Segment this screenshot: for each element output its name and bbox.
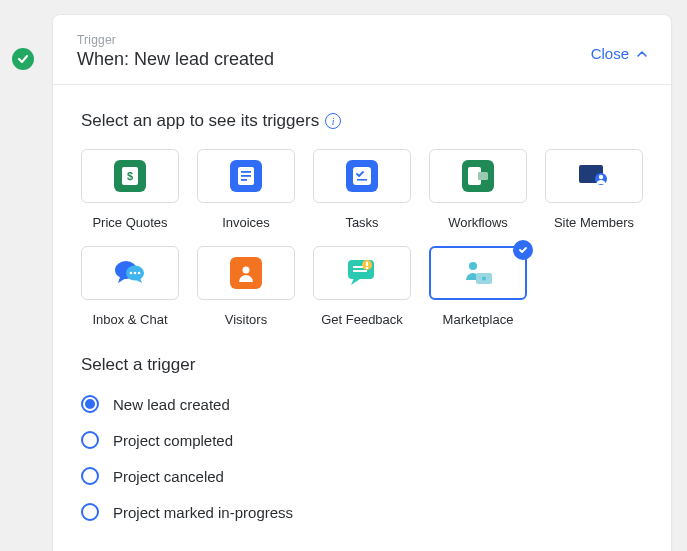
app-card	[313, 149, 411, 203]
app-card	[545, 149, 643, 203]
app-label: Marketplace	[443, 312, 514, 327]
chevron-up-icon	[637, 49, 647, 59]
app-label: Visitors	[225, 312, 267, 327]
app-card	[197, 149, 295, 203]
app-price-quotes[interactable]: $ Price Quotes	[81, 149, 179, 230]
radio-icon	[81, 503, 99, 521]
app-visitors[interactable]: Visitors	[197, 246, 295, 327]
trigger-panel: Trigger When: New lead created Close Sel…	[52, 14, 672, 551]
check-icon	[17, 53, 29, 65]
app-label: Tasks	[345, 215, 378, 230]
svg-point-28	[482, 277, 486, 281]
svg-rect-24	[353, 266, 363, 268]
trigger-label: Project marked in-progress	[113, 504, 293, 521]
svg-point-16	[130, 272, 133, 275]
app-card	[313, 246, 411, 300]
svg-point-18	[138, 272, 141, 275]
svg-point-17	[134, 272, 137, 275]
apps-section-text: Select an app to see its triggers	[81, 111, 319, 131]
selected-badge	[513, 240, 533, 260]
marketplace-icon	[462, 257, 494, 289]
close-button[interactable]: Close	[591, 33, 647, 62]
radio-icon	[81, 431, 99, 449]
svg-rect-4	[241, 175, 251, 177]
inbox-chat-icon	[114, 257, 146, 289]
svg-point-26	[469, 262, 477, 270]
app-label: Price Quotes	[92, 215, 167, 230]
app-card	[197, 246, 295, 300]
svg-rect-23	[366, 267, 368, 269]
svg-rect-5	[241, 179, 247, 181]
triggers-section-label: Select a trigger	[81, 355, 643, 375]
app-card	[81, 246, 179, 300]
app-tasks[interactable]: Tasks	[313, 149, 411, 230]
info-icon[interactable]: i	[325, 113, 341, 129]
panel-body: Select an app to see its triggers i $ Pr…	[53, 85, 671, 531]
app-label: Invoices	[222, 215, 270, 230]
radio-icon	[81, 467, 99, 485]
app-card: $	[81, 149, 179, 203]
visitors-icon	[230, 257, 262, 289]
app-label: Workflows	[448, 215, 508, 230]
panel-header: Trigger When: New lead created Close	[53, 15, 671, 85]
close-label: Close	[591, 45, 629, 62]
apps-grid: $ Price Quotes Invoices	[81, 149, 643, 327]
app-label: Site Members	[554, 215, 634, 230]
price-quotes-icon: $	[114, 160, 146, 192]
header-kicker: Trigger	[77, 33, 274, 47]
svg-text:$: $	[127, 170, 133, 182]
trigger-option-project-completed[interactable]: Project completed	[81, 431, 643, 449]
svg-rect-6	[353, 167, 371, 185]
app-workflows[interactable]: Workflows	[429, 149, 527, 230]
trigger-label: New lead created	[113, 396, 230, 413]
app-get-feedback[interactable]: Get Feedback	[313, 246, 411, 327]
get-feedback-icon	[346, 257, 378, 289]
radio-icon	[81, 395, 99, 413]
tasks-icon	[346, 160, 378, 192]
svg-rect-22	[366, 262, 368, 266]
workflows-icon	[462, 160, 494, 192]
step-complete-badge	[12, 48, 34, 70]
apps-section-label: Select an app to see its triggers i	[81, 111, 643, 131]
app-invoices[interactable]: Invoices	[197, 149, 295, 230]
trigger-option-project-canceled[interactable]: Project canceled	[81, 467, 643, 485]
header-left: Trigger When: New lead created	[77, 33, 274, 70]
app-site-members[interactable]: Site Members	[545, 149, 643, 230]
svg-rect-10	[478, 172, 488, 180]
site-members-icon	[578, 160, 610, 192]
svg-point-19	[243, 267, 250, 274]
trigger-label: Project completed	[113, 432, 233, 449]
header-title: When: New lead created	[77, 49, 274, 70]
svg-rect-3	[241, 171, 251, 173]
trigger-option-project-inprogress[interactable]: Project marked in-progress	[81, 503, 643, 521]
app-card	[429, 149, 527, 203]
trigger-option-new-lead[interactable]: New lead created	[81, 395, 643, 413]
app-label: Get Feedback	[321, 312, 403, 327]
trigger-label: Project canceled	[113, 468, 224, 485]
app-inbox-chat[interactable]: Inbox & Chat	[81, 246, 179, 327]
app-card	[429, 246, 527, 300]
svg-rect-25	[353, 270, 367, 272]
svg-rect-7	[357, 179, 367, 181]
invoices-icon	[230, 160, 262, 192]
svg-point-13	[599, 175, 603, 179]
app-marketplace[interactable]: Marketplace	[429, 246, 527, 327]
trigger-list: New lead created Project completed Proje…	[81, 395, 643, 521]
check-icon	[518, 245, 528, 255]
app-label: Inbox & Chat	[92, 312, 167, 327]
